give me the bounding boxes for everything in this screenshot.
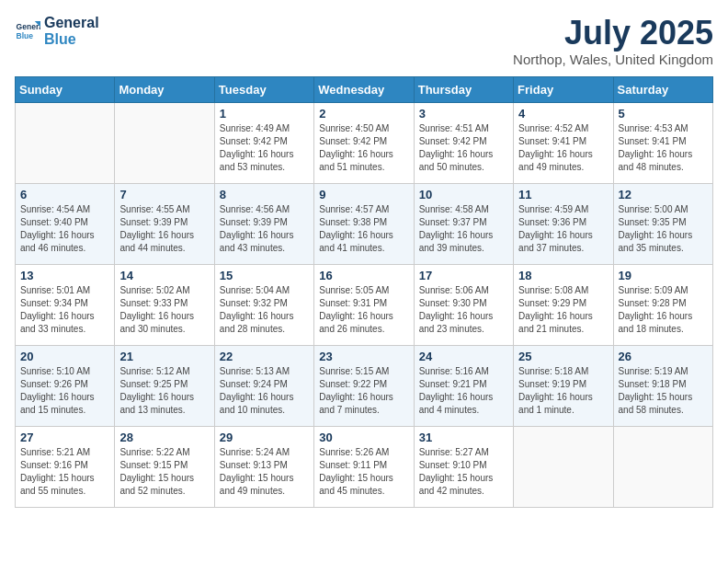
logo-icon: General Blue bbox=[15, 18, 40, 44]
calendar-cell: 25Sunrise: 5:18 AMSunset: 9:19 PMDayligh… bbox=[514, 345, 613, 426]
day-header-monday: Monday bbox=[115, 76, 214, 102]
day-number: 16 bbox=[319, 269, 408, 282]
day-info: Sunrise: 5:27 AMSunset: 9:10 PMDaylight:… bbox=[419, 446, 508, 498]
month-title: July 2025 bbox=[513, 15, 713, 52]
day-info: Sunrise: 5:19 AMSunset: 9:18 PMDaylight:… bbox=[619, 365, 708, 417]
calendar-cell: 13Sunrise: 5:01 AMSunset: 9:34 PMDayligh… bbox=[16, 264, 115, 345]
day-info: Sunrise: 4:53 AMSunset: 9:41 PMDaylight:… bbox=[619, 122, 708, 174]
day-info: Sunrise: 5:00 AMSunset: 9:35 PMDaylight:… bbox=[619, 203, 708, 255]
day-number: 21 bbox=[119, 350, 209, 363]
calendar-cell: 11Sunrise: 4:59 AMSunset: 9:36 PMDayligh… bbox=[514, 183, 613, 264]
day-info: Sunrise: 4:58 AMSunset: 9:37 PMDaylight:… bbox=[419, 203, 508, 255]
day-info: Sunrise: 5:13 AMSunset: 9:24 PMDaylight:… bbox=[220, 365, 309, 417]
calendar-cell: 3Sunrise: 4:51 AMSunset: 9:42 PMDaylight… bbox=[414, 102, 513, 183]
day-info: Sunrise: 5:24 AMSunset: 9:13 PMDaylight:… bbox=[220, 446, 309, 498]
day-number: 27 bbox=[20, 431, 109, 444]
day-info: Sunrise: 4:59 AMSunset: 9:36 PMDaylight:… bbox=[518, 203, 608, 255]
calendar-cell: 4Sunrise: 4:52 AMSunset: 9:41 PMDaylight… bbox=[514, 102, 613, 183]
day-number: 29 bbox=[220, 431, 309, 444]
calendar-cell: 14Sunrise: 5:02 AMSunset: 9:33 PMDayligh… bbox=[115, 264, 214, 345]
day-info: Sunrise: 5:15 AMSunset: 9:22 PMDaylight:… bbox=[319, 365, 408, 417]
calendar-cell: 7Sunrise: 4:55 AMSunset: 9:39 PMDaylight… bbox=[115, 183, 214, 264]
calendar-week-row: 13Sunrise: 5:01 AMSunset: 9:34 PMDayligh… bbox=[16, 264, 713, 345]
day-info: Sunrise: 5:05 AMSunset: 9:31 PMDaylight:… bbox=[319, 284, 408, 336]
calendar-table: SundayMondayTuesdayWednesdayThursdayFrid… bbox=[15, 76, 713, 508]
svg-text:Blue: Blue bbox=[17, 30, 34, 40]
calendar-cell: 17Sunrise: 5:06 AMSunset: 9:30 PMDayligh… bbox=[414, 264, 513, 345]
day-info: Sunrise: 5:08 AMSunset: 9:29 PMDaylight:… bbox=[518, 284, 608, 336]
day-number: 28 bbox=[119, 431, 209, 444]
day-number: 12 bbox=[619, 188, 708, 201]
calendar-cell: 12Sunrise: 5:00 AMSunset: 9:35 PMDayligh… bbox=[613, 183, 712, 264]
day-header-sunday: Sunday bbox=[16, 76, 115, 102]
day-number: 23 bbox=[319, 350, 408, 363]
day-info: Sunrise: 4:55 AMSunset: 9:39 PMDaylight:… bbox=[119, 203, 209, 255]
calendar-cell bbox=[514, 426, 613, 507]
day-info: Sunrise: 4:52 AMSunset: 9:41 PMDaylight:… bbox=[518, 122, 608, 174]
calendar-cell: 1Sunrise: 4:49 AMSunset: 9:42 PMDaylight… bbox=[214, 102, 313, 183]
calendar-header-row: SundayMondayTuesdayWednesdayThursdayFrid… bbox=[16, 76, 713, 102]
calendar-cell bbox=[115, 102, 214, 183]
calendar-cell: 6Sunrise: 4:54 AMSunset: 9:40 PMDaylight… bbox=[16, 183, 115, 264]
day-info: Sunrise: 5:12 AMSunset: 9:25 PMDaylight:… bbox=[119, 365, 209, 417]
day-info: Sunrise: 5:16 AMSunset: 9:21 PMDaylight:… bbox=[419, 365, 508, 417]
day-number: 30 bbox=[319, 431, 408, 444]
calendar-week-row: 20Sunrise: 5:10 AMSunset: 9:26 PMDayligh… bbox=[16, 345, 713, 426]
logo-line1: General bbox=[44, 15, 99, 31]
calendar-cell: 8Sunrise: 4:56 AMSunset: 9:39 PMDaylight… bbox=[214, 183, 313, 264]
day-info: Sunrise: 4:57 AMSunset: 9:38 PMDaylight:… bbox=[319, 203, 408, 255]
calendar-cell: 31Sunrise: 5:27 AMSunset: 9:10 PMDayligh… bbox=[414, 426, 513, 507]
calendar-cell: 16Sunrise: 5:05 AMSunset: 9:31 PMDayligh… bbox=[314, 264, 414, 345]
day-number: 10 bbox=[419, 188, 508, 201]
logo: General Blue General Blue bbox=[15, 15, 99, 47]
calendar-week-row: 1Sunrise: 4:49 AMSunset: 9:42 PMDaylight… bbox=[16, 102, 713, 183]
day-number: 13 bbox=[20, 269, 109, 282]
calendar-cell: 29Sunrise: 5:24 AMSunset: 9:13 PMDayligh… bbox=[214, 426, 313, 507]
calendar-cell: 26Sunrise: 5:19 AMSunset: 9:18 PMDayligh… bbox=[613, 345, 712, 426]
calendar-cell: 27Sunrise: 5:21 AMSunset: 9:16 PMDayligh… bbox=[16, 426, 115, 507]
day-info: Sunrise: 4:50 AMSunset: 9:42 PMDaylight:… bbox=[319, 122, 408, 174]
day-info: Sunrise: 5:26 AMSunset: 9:11 PMDaylight:… bbox=[319, 446, 408, 498]
page-header: General Blue General Blue July 2025 Nort… bbox=[15, 15, 713, 67]
day-number: 18 bbox=[518, 269, 608, 282]
day-info: Sunrise: 5:18 AMSunset: 9:19 PMDaylight:… bbox=[518, 365, 608, 417]
day-number: 11 bbox=[518, 188, 608, 201]
calendar-cell: 18Sunrise: 5:08 AMSunset: 9:29 PMDayligh… bbox=[514, 264, 613, 345]
calendar-cell: 15Sunrise: 5:04 AMSunset: 9:32 PMDayligh… bbox=[214, 264, 313, 345]
day-number: 7 bbox=[119, 188, 209, 201]
calendar-cell: 19Sunrise: 5:09 AMSunset: 9:28 PMDayligh… bbox=[613, 264, 712, 345]
day-number: 9 bbox=[319, 188, 408, 201]
location-title: Northop, Wales, United Kingdom bbox=[513, 52, 713, 67]
calendar-cell: 30Sunrise: 5:26 AMSunset: 9:11 PMDayligh… bbox=[314, 426, 414, 507]
day-number: 24 bbox=[419, 350, 508, 363]
calendar-cell: 5Sunrise: 4:53 AMSunset: 9:41 PMDaylight… bbox=[613, 102, 712, 183]
calendar-cell: 20Sunrise: 5:10 AMSunset: 9:26 PMDayligh… bbox=[16, 345, 115, 426]
logo-line2: Blue bbox=[44, 31, 99, 48]
day-number: 14 bbox=[119, 269, 209, 282]
svg-text:General: General bbox=[17, 22, 40, 31]
day-header-tuesday: Tuesday bbox=[214, 76, 313, 102]
calendar-cell bbox=[16, 102, 115, 183]
day-number: 26 bbox=[619, 350, 708, 363]
day-info: Sunrise: 5:01 AMSunset: 9:34 PMDaylight:… bbox=[20, 284, 109, 336]
day-number: 8 bbox=[220, 188, 309, 201]
title-block: July 2025 Northop, Wales, United Kingdom bbox=[513, 15, 713, 67]
day-header-wednesday: Wednesday bbox=[314, 76, 414, 102]
day-info: Sunrise: 4:51 AMSunset: 9:42 PMDaylight:… bbox=[419, 122, 508, 174]
day-number: 20 bbox=[20, 350, 109, 363]
day-info: Sunrise: 4:49 AMSunset: 9:42 PMDaylight:… bbox=[220, 122, 309, 174]
day-info: Sunrise: 5:10 AMSunset: 9:26 PMDaylight:… bbox=[20, 365, 109, 417]
day-number: 5 bbox=[619, 107, 708, 121]
day-info: Sunrise: 5:21 AMSunset: 9:16 PMDaylight:… bbox=[20, 446, 109, 498]
day-number: 6 bbox=[20, 188, 109, 201]
day-info: Sunrise: 5:04 AMSunset: 9:32 PMDaylight:… bbox=[220, 284, 309, 336]
day-info: Sunrise: 5:02 AMSunset: 9:33 PMDaylight:… bbox=[119, 284, 209, 336]
day-info: Sunrise: 5:09 AMSunset: 9:28 PMDaylight:… bbox=[619, 284, 708, 336]
day-number: 31 bbox=[419, 431, 508, 444]
day-number: 1 bbox=[220, 107, 309, 121]
day-header-friday: Friday bbox=[514, 76, 613, 102]
calendar-cell: 24Sunrise: 5:16 AMSunset: 9:21 PMDayligh… bbox=[414, 345, 513, 426]
calendar-week-row: 27Sunrise: 5:21 AMSunset: 9:16 PMDayligh… bbox=[16, 426, 713, 507]
day-number: 22 bbox=[220, 350, 309, 363]
calendar-cell: 22Sunrise: 5:13 AMSunset: 9:24 PMDayligh… bbox=[214, 345, 313, 426]
